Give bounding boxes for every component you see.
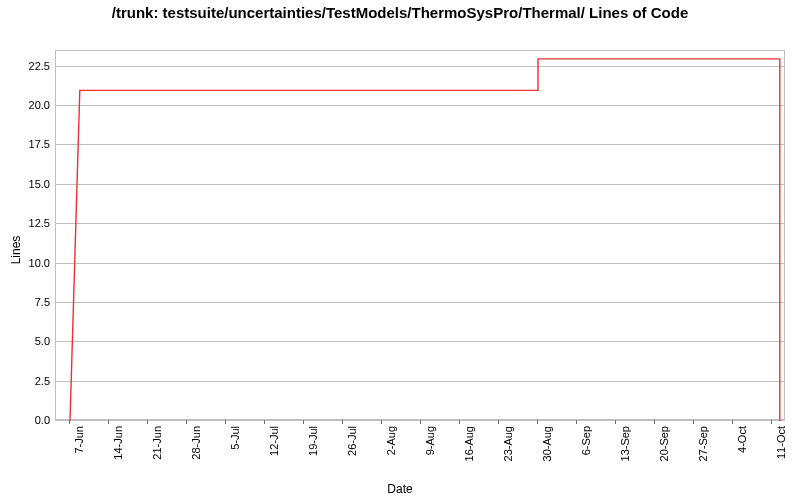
x-tick-mark [459, 420, 460, 424]
x-tick-mark [147, 420, 148, 424]
x-tick-label: 2-Aug [385, 426, 397, 455]
x-tick-label: 28-Jun [190, 426, 202, 460]
x-tick-label: 7-Jun [73, 426, 85, 454]
x-tick-mark [381, 420, 382, 424]
x-axis-label: Date [0, 482, 800, 496]
x-tick-mark [420, 420, 421, 424]
x-tick-label: 12-Jul [268, 426, 280, 456]
y-tick-label: 20.0 [5, 99, 50, 111]
x-tick-mark [342, 420, 343, 424]
y-tick-label: 22.5 [5, 60, 50, 72]
x-tick-mark [732, 420, 733, 424]
plot-area [55, 50, 785, 420]
x-tick-label: 23-Aug [502, 426, 514, 461]
y-tick-label: 2.5 [5, 375, 50, 387]
x-tick-label: 21-Jun [151, 426, 163, 460]
y-tick-label: 5.0 [5, 335, 50, 347]
x-tick-mark [108, 420, 109, 424]
x-tick-mark [303, 420, 304, 424]
line-series [56, 51, 784, 419]
x-tick-mark [537, 420, 538, 424]
y-tick-label: 7.5 [5, 296, 50, 308]
series-line [70, 59, 780, 421]
x-tick-label: 4-Oct [736, 426, 748, 453]
x-tick-mark [654, 420, 655, 424]
x-tick-mark [615, 420, 616, 424]
y-tick-label: 17.5 [5, 138, 50, 150]
x-tick-mark [498, 420, 499, 424]
x-tick-label: 16-Aug [463, 426, 475, 461]
x-tick-mark [264, 420, 265, 424]
y-tick-label: 12.5 [5, 217, 50, 229]
x-tick-label: 11-Oct [775, 426, 787, 459]
x-tick-label: 5-Jul [229, 426, 241, 450]
x-tick-label: 6-Sep [580, 426, 592, 455]
x-tick-mark [576, 420, 577, 424]
y-tick-label: 15.0 [5, 178, 50, 190]
x-tick-mark [186, 420, 187, 424]
x-tick-mark [225, 420, 226, 424]
x-tick-label: 13-Sep [619, 426, 631, 461]
x-tick-label: 9-Aug [424, 426, 436, 455]
x-tick-label: 30-Aug [541, 426, 553, 461]
x-tick-label: 14-Jun [112, 426, 124, 460]
x-tick-label: 26-Jul [346, 426, 358, 456]
x-tick-label: 20-Sep [658, 426, 670, 461]
x-tick-label: 27-Sep [697, 426, 709, 461]
chart-title: /trunk: testsuite/uncertainties/TestMode… [0, 4, 800, 23]
x-tick-mark [693, 420, 694, 424]
y-tick-label: 0.0 [5, 414, 50, 426]
x-tick-label: 19-Jul [307, 426, 319, 456]
chart-container: /trunk: testsuite/uncertainties/TestMode… [0, 0, 800, 500]
x-tick-mark [771, 420, 772, 424]
y-tick-label: 10.0 [5, 257, 50, 269]
